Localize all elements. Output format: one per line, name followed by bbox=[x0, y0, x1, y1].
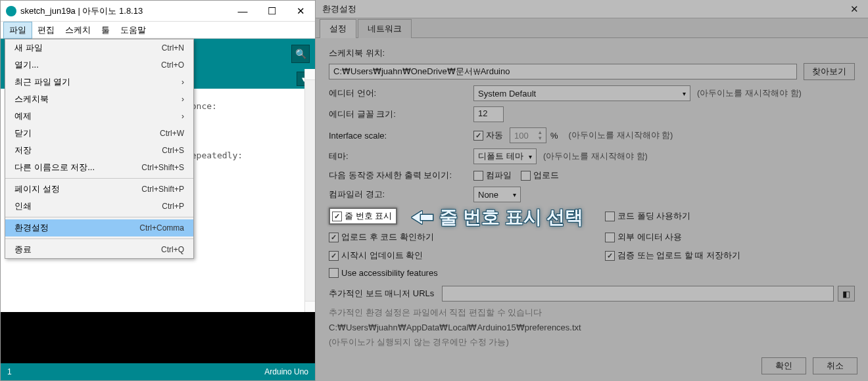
menu-item-sketchbook[interactable]: 스케치북 › bbox=[5, 91, 193, 108]
menu-help[interactable]: 도움말 bbox=[115, 22, 151, 38]
editor-language-label: 에디터 언어: bbox=[329, 87, 473, 99]
save-on-verify-label: 검증 또는 업로드 할 때 저장하기 bbox=[617, 250, 740, 261]
arduino-icon bbox=[6, 6, 16, 16]
dialog-title: 환경설정 bbox=[322, 3, 840, 15]
menu-edit[interactable]: 편집 bbox=[32, 22, 60, 38]
board-urls-input[interactable] bbox=[442, 286, 834, 302]
status-board: Arduino Uno bbox=[264, 367, 308, 376]
restart-hint: (아두이노를 재시작해야 함) bbox=[569, 129, 673, 141]
menu-item-preferences[interactable]: 환경설정 Ctrl+Comma bbox=[5, 219, 193, 236]
interface-scale-auto-checkbox[interactable] bbox=[473, 131, 483, 141]
prefs-file-path: C:₩Users₩juahn₩AppData₩Local₩Arduino15₩p… bbox=[329, 323, 855, 332]
close-button[interactable]: ✕ bbox=[286, 1, 315, 21]
dialog-titlebar: 환경설정 ✕ bbox=[316, 0, 868, 18]
code-folding-label: 코드 폴딩 사용하기 bbox=[617, 210, 690, 222]
prefs-note-line3: (아두이노가 실행되지 않는 경우에만 수정 가능) bbox=[329, 336, 855, 348]
status-line-number: 1 bbox=[7, 367, 12, 376]
accessibility-checkbox[interactable] bbox=[329, 268, 339, 278]
restart-hint: (아두이노를 재시작해야 함) bbox=[697, 87, 802, 99]
check-updates-checkbox[interactable] bbox=[329, 251, 339, 261]
sketchbook-path-input[interactable]: C:₩Users₩juahn₩OneDrive₩문서₩Arduino bbox=[329, 64, 797, 79]
menu-item-examples[interactable]: 예제 › bbox=[5, 108, 193, 125]
menu-separator bbox=[5, 217, 193, 217]
line-numbers-label: 줄 번호 표시 bbox=[345, 210, 392, 222]
chevron-down-icon: ▾ bbox=[529, 153, 532, 160]
menu-item-quit[interactable]: 종료 Ctrl+Q bbox=[5, 241, 193, 258]
menu-file[interactable]: 파일 bbox=[3, 22, 32, 39]
verbose-output-label: 다음 동작중 자세한 출력 보이기: bbox=[329, 169, 473, 181]
verbose-upload-checkbox[interactable] bbox=[521, 171, 531, 181]
save-on-verify-checkbox[interactable] bbox=[605, 251, 615, 261]
code-folding-checkbox[interactable] bbox=[605, 212, 615, 221]
accessibility-label: Use accessibility features bbox=[341, 268, 438, 278]
cancel-button[interactable]: 취소 bbox=[813, 357, 857, 374]
window-controls: — ☐ ✕ bbox=[228, 1, 315, 21]
restart-hint: (아두이노를 재시작해야 함) bbox=[543, 150, 648, 162]
menubar: 파일 편집 스케치 툴 도움말 bbox=[1, 22, 315, 39]
file-menu-dropdown: 새 파일 Ctrl+N 열기... Ctrl+O 최근 파일 열기 › 스케치북… bbox=[5, 39, 194, 259]
verbose-compile-checkbox[interactable] bbox=[473, 171, 483, 181]
menu-separator bbox=[5, 238, 193, 239]
menu-separator bbox=[5, 178, 193, 179]
browse-button[interactable]: 찾아보기 bbox=[804, 63, 855, 80]
theme-select[interactable]: 디폴트 테마 ▾ bbox=[473, 148, 537, 164]
theme-label: 테마: bbox=[329, 150, 473, 162]
menu-item-print[interactable]: 인쇄 Ctrl+P bbox=[5, 198, 193, 215]
editor-scrollbar[interactable] bbox=[304, 69, 315, 312]
line-numbers-checkbox[interactable] bbox=[332, 212, 342, 221]
prefs-note-line1: 추가적인 환경 설정은 파일에서 직접 편집할 수 있습니다 bbox=[329, 307, 855, 319]
chevron-right-icon: › bbox=[181, 78, 184, 87]
statusbar: 1 Arduino Uno bbox=[1, 363, 315, 380]
dialog-footer: 확인 취소 bbox=[316, 355, 868, 381]
dialog-body: 스케치북 위치: C:₩Users₩juahn₩OneDrive₩문서₩Ardu… bbox=[316, 38, 868, 355]
board-urls-label: 추가적인 보드 매니저 URLs bbox=[329, 288, 434, 300]
compiler-warnings-label: 컴파일러 경고: bbox=[329, 189, 473, 200]
console-panel bbox=[1, 312, 315, 363]
compiler-warnings-select[interactable]: None ▾ bbox=[473, 187, 521, 202]
font-size-label: 에디터 글꼴 크기: bbox=[329, 108, 473, 120]
maximize-button[interactable]: ☐ bbox=[257, 1, 286, 21]
menu-item-pagesetup[interactable]: 페이지 설정 Ctrl+Shift+P bbox=[5, 181, 193, 198]
arduino-ide-window: sketch_jun19a | 아두이노 1.8.13 — ☐ ✕ 파일 편집 … bbox=[0, 0, 316, 381]
window-icon: ◧ bbox=[842, 289, 850, 299]
menu-item-close[interactable]: 닫기 Ctrl+W bbox=[5, 125, 193, 142]
menu-item-open[interactable]: 열기... Ctrl+O bbox=[5, 56, 193, 74]
menu-item-saveas[interactable]: 다른 이름으로 저장... Ctrl+Shift+S bbox=[5, 159, 193, 176]
menu-sketch[interactable]: 스케치 bbox=[60, 22, 96, 38]
spinner-icon: ▴▾ bbox=[539, 129, 542, 141]
window-title: sketch_jun19a | 아두이노 1.8.13 bbox=[20, 5, 228, 17]
chevron-down-icon: ▾ bbox=[683, 90, 686, 97]
titlebar: sketch_jun19a | 아두이노 1.8.13 — ☐ ✕ bbox=[1, 1, 315, 22]
menu-item-save[interactable]: 저장 Ctrl+S bbox=[5, 142, 193, 159]
interface-scale-label: Interface scale: bbox=[329, 131, 473, 141]
chevron-down-icon: ▾ bbox=[513, 191, 516, 198]
editor-language-select[interactable]: System Default ▾ bbox=[473, 85, 690, 101]
board-urls-edit-button[interactable]: ◧ bbox=[838, 286, 855, 302]
verify-after-upload-label: 업로드 후 코드 확인하기 bbox=[341, 231, 434, 243]
interface-scale-auto-label: 자동 bbox=[486, 129, 503, 141]
line-numbers-highlight: 줄 번호 표시 bbox=[329, 208, 397, 225]
dialog-tabs: 설정 네트워크 bbox=[316, 18, 868, 38]
check-updates-label: 시작시 업데이트 확인 bbox=[341, 250, 423, 261]
tab-network[interactable]: 네트워크 bbox=[358, 19, 412, 38]
external-editor-checkbox[interactable] bbox=[605, 233, 615, 242]
menu-item-recent[interactable]: 최근 파일 열기 › bbox=[5, 74, 193, 91]
serial-monitor-icon[interactable]: 🔍 bbox=[291, 45, 310, 63]
dialog-close-button[interactable]: ✕ bbox=[840, 3, 868, 15]
preferences-dialog: 환경설정 ✕ 설정 네트워크 스케치북 위치: C:₩Users₩juahn₩O… bbox=[316, 0, 868, 381]
external-editor-label: 외부 에디터 사용 bbox=[617, 231, 682, 243]
interface-scale-input[interactable]: 100 ▴▾ bbox=[510, 127, 546, 143]
verify-after-upload-checkbox[interactable] bbox=[329, 233, 339, 242]
ok-button[interactable]: 확인 bbox=[761, 357, 806, 374]
chevron-right-icon: › bbox=[181, 112, 184, 121]
sketchbook-location-label: 스케치북 위치: bbox=[329, 47, 855, 59]
chevron-right-icon: › bbox=[181, 95, 184, 104]
menu-item-new[interactable]: 새 파일 Ctrl+N bbox=[5, 39, 193, 56]
menu-tools[interactable]: 툴 bbox=[96, 22, 115, 38]
minimize-button[interactable]: — bbox=[228, 1, 257, 21]
tab-settings[interactable]: 설정 bbox=[320, 19, 356, 38]
font-size-input[interactable]: 12 bbox=[473, 106, 504, 122]
